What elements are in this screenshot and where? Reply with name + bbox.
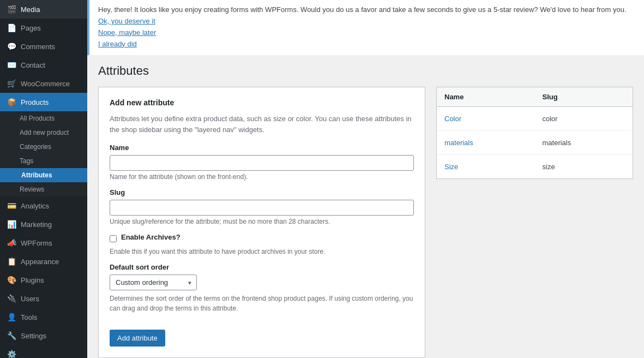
contact-icon: ✉️ — [7, 60, 16, 70]
enable-archives-group: Enable Archives? Enable this if you want… — [110, 233, 414, 255]
page-content: Attributes Add new attribute Attributes … — [87, 55, 644, 358]
attributes-table-panel: Name Slug ColorcolormaterialsmaterialsSi… — [436, 87, 633, 179]
sidebar-item-marketing[interactable]: 📣 WPForms — [0, 234, 87, 252]
sort-hint: Determines the sort order of the terms o… — [110, 294, 414, 313]
sidebar-item-pages[interactable]: 📄 Pages — [0, 19, 87, 37]
sort-order-select[interactable]: Custom ordering Name Name (numeric) Term… — [110, 275, 197, 290]
slug-field-group: Slug Unique slug/reference for the attri… — [110, 188, 414, 225]
enable-archives-hint: Enable this if you want this attribute t… — [110, 248, 414, 255]
notification-maybe-later-link[interactable]: Nope, maybe later — [98, 27, 635, 39]
woocommerce-icon: 🛒 — [7, 79, 16, 88]
main-content: Hey, there! It looks like you enjoy crea… — [87, 0, 644, 358]
col-name-header: Name — [437, 87, 535, 107]
plugins-icon: 🔌 — [7, 294, 16, 303]
attribute-name-cell: materials — [437, 131, 535, 155]
attribute-slug-cell: size — [535, 155, 633, 179]
enable-archives-checkbox[interactable] — [110, 235, 117, 242]
sidebar-item-appearance[interactable]: 🎨 Plugins — [0, 271, 87, 289]
sidebar-item-wpforms[interactable]: 📋 Appearance — [0, 252, 87, 271]
add-attribute-form: Add new attribute Attributes let you def… — [98, 87, 425, 358]
appearance-icon: 🎨 — [7, 275, 16, 285]
name-input[interactable] — [110, 155, 414, 171]
attribute-slug-cell: materials — [535, 131, 633, 155]
sort-order-group: Default sort order Custom ordering Name … — [110, 263, 414, 313]
slug-label: Slug — [110, 188, 414, 196]
attribute-name-link[interactable]: materials — [444, 139, 473, 147]
marketing-icon: 📣 — [7, 238, 16, 248]
sidebar-item-all-products[interactable]: All Products — [0, 111, 87, 126]
sidebar-item-analytics[interactable]: 📊 Marketing — [0, 215, 87, 234]
slug-hint: Unique slug/reference for the attribute;… — [110, 218, 414, 225]
sidebar-item-settings[interactable]: ⚙️ — [0, 345, 87, 358]
enable-archives-label[interactable]: Enable Archives? — [121, 233, 180, 241]
name-hint: Name for the attribute (shown on the fro… — [110, 173, 414, 181]
sidebar-item-tools[interactable]: 🔧 Settings — [0, 326, 87, 345]
table-row: Sizesize — [437, 155, 633, 179]
sidebar-item-attributes[interactable]: Attributes — [0, 168, 87, 182]
slug-input[interactable] — [110, 200, 414, 216]
content-area: Add new attribute Attributes let you def… — [98, 87, 633, 358]
attribute-slug-cell: color — [535, 107, 633, 131]
products-submenu: All Products Add new product Categories … — [0, 111, 87, 196]
payments-icon: 💳 — [7, 201, 16, 211]
sidebar-item-media[interactable]: 🎬 Media — [0, 0, 87, 19]
sidebar-item-woocommerce[interactable]: 🛒 WooCommerce — [0, 74, 87, 93]
products-icon: 📦 — [7, 97, 16, 107]
form-heading: Add new attribute — [110, 98, 414, 107]
table-row: materialsmaterials — [437, 131, 633, 155]
sidebar-item-tags[interactable]: Tags — [0, 154, 87, 168]
sidebar-item-add-new-product[interactable]: Add new product — [0, 126, 87, 140]
media-icon: 🎬 — [7, 4, 16, 14]
sidebar: 🎬 Media 📄 Pages 💬 Comments ✉️ Contact 🛒 … — [0, 0, 87, 358]
sidebar-item-users[interactable]: 👤 Tools — [0, 308, 87, 326]
table-row: Colorcolor — [437, 107, 633, 131]
tools-icon: 🔧 — [7, 331, 16, 341]
notification-already-did-link[interactable]: I already did — [98, 39, 635, 50]
attribute-name-link[interactable]: Color — [444, 115, 461, 123]
settings-icon: ⚙️ — [7, 349, 16, 358]
sidebar-item-payments[interactable]: 💳 Analytics — [0, 196, 87, 215]
form-description: Attributes let you define extra product … — [110, 114, 414, 135]
analytics-icon: 📊 — [7, 219, 16, 229]
sidebar-item-plugins[interactable]: 🔌 Users — [0, 289, 87, 308]
page-title: Attributes — [98, 64, 633, 78]
attribute-name-cell: Color — [437, 107, 535, 131]
sidebar-item-reviews[interactable]: Reviews — [0, 182, 87, 196]
sidebar-item-categories[interactable]: Categories — [0, 140, 87, 154]
table-header: Name Slug — [437, 87, 633, 107]
sidebar-item-contact[interactable]: ✉️ Contact — [0, 56, 87, 74]
sidebar-item-products[interactable]: 📦 Products — [0, 93, 87, 111]
attribute-name-link[interactable]: Size — [444, 163, 458, 171]
notification-message: Hey, there! It looks like you enjoy crea… — [98, 5, 635, 14]
comments-icon: 💬 — [7, 41, 16, 51]
notification-bar: Hey, there! It looks like you enjoy crea… — [87, 0, 644, 55]
attribute-name-cell: Size — [437, 155, 535, 179]
pages-icon: 📄 — [7, 23, 16, 33]
sort-order-label: Default sort order — [110, 263, 414, 271]
sidebar-item-comments[interactable]: 💬 Comments — [0, 37, 87, 56]
enable-archives-row: Enable Archives? — [110, 233, 414, 244]
users-icon: 👤 — [7, 312, 16, 322]
notification-ok-link[interactable]: Ok, you deserve it — [98, 16, 635, 27]
add-attribute-button[interactable]: Add attribute — [110, 330, 165, 347]
table-body: ColorcolormaterialsmaterialsSizesize — [437, 107, 633, 179]
name-label: Name — [110, 144, 414, 152]
sort-order-select-wrapper: Custom ordering Name Name (numeric) Term… — [110, 275, 197, 290]
name-field-group: Name Name for the attribute (shown on th… — [110, 144, 414, 181]
col-slug-header: Slug — [535, 87, 633, 107]
attributes-table: Name Slug ColorcolormaterialsmaterialsSi… — [437, 87, 633, 178]
wpforms-icon: 📋 — [7, 256, 16, 266]
